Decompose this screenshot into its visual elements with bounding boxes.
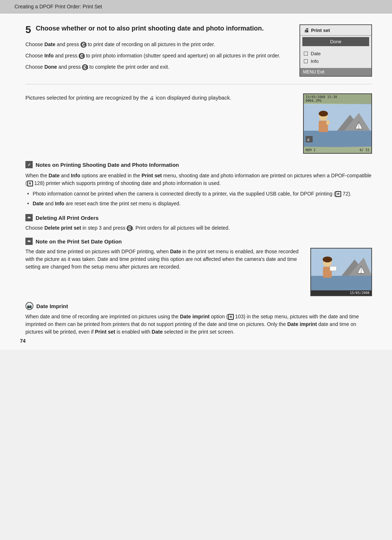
lcd-image-area: 🖨 (304, 104, 371, 147)
page-header: Creating a DPOF Print Order: Print Set (0, 0, 392, 13)
deleting-section: ✏ Deleting All Print Orders Choose Delet… (25, 214, 372, 232)
ref-icon-3: R (228, 314, 234, 320)
step-5-para2: Choose Info and press OK to print photo … (25, 52, 289, 60)
date-option-section: The date and time printed on pictures wi… (25, 248, 372, 296)
step-5-text: 5 Choose whether or not to also print sh… (25, 24, 289, 77)
date-label: Date (311, 51, 320, 56)
date-option: Date (304, 50, 368, 57)
step-5-heading-text: Choose whether or not to also print shoo… (36, 25, 264, 32)
info-option: Info (304, 57, 368, 65)
notes-heading-text: Notes on Printing Shooting Date and Phot… (36, 162, 179, 168)
step-5-para1: Choose Date and press OK to print date o… (25, 41, 289, 48)
camera-lcd-2: 15/05/2008 (310, 248, 372, 296)
notes-para1: When the Date and Info options are enabl… (25, 172, 372, 187)
step-5-heading: 5 Choose whether or not to also print sh… (25, 24, 289, 36)
date-imprint-heading: 📷 Date Imprint (25, 302, 372, 310)
lcd-illustration: 🖨 (304, 104, 371, 147)
checkmark-icon: ✓ (25, 161, 33, 168)
step-5-section: 5 Choose whether or not to also print sh… (25, 24, 372, 84)
svg-point-9 (326, 120, 330, 125)
step-5-para3: Choose Done and press OK to complete the… (25, 63, 289, 71)
print-set-ui: 🖨 Print set Done Date Info MENU Exit (299, 24, 372, 77)
ok-icon-1: OK (81, 42, 86, 48)
print-set-done: Done (302, 37, 369, 46)
info-checkbox (304, 59, 308, 63)
svg-point-8 (319, 111, 328, 117)
info-label: Info (311, 59, 319, 64)
ref-icon-1: R (27, 181, 33, 186)
lcd-top-bar: 15/05/2008 15:30 0004.JPG (304, 94, 371, 104)
notes-bullet2: Date and Info are reset each time the pr… (25, 200, 372, 207)
lcd-filename: 0004.JPG (306, 99, 321, 102)
lcd-bottom-right: 6/ 51 (360, 148, 369, 152)
print-set-exit: MENU Exit (300, 68, 371, 76)
playback-section: Pictures selected for printing are recog… (25, 93, 372, 154)
lcd-bottom-bar: NEM 2 6/ 51 (304, 147, 371, 153)
pencil-icon-2: ✏ (25, 238, 33, 245)
main-content: 5 Choose whether or not to also print sh… (0, 13, 392, 350)
ok-icon-4: OK (127, 225, 132, 231)
exit-label: MENU Exit (303, 69, 324, 74)
page-number: 74 (20, 338, 26, 344)
lcd-bottom-left: NEM 2 (306, 148, 315, 152)
ok-icon-3: OK (82, 64, 88, 70)
step-number: 5 (25, 24, 31, 35)
lcd2-date: 15/05/2008 (350, 291, 369, 295)
lcd2-image-area (311, 249, 371, 290)
camera-icon: 📷 (25, 302, 33, 310)
deleting-heading-text: Deleting All Print Orders (36, 215, 99, 221)
print-set-title: 🖨 Print set (300, 25, 371, 36)
playback-para: Pictures selected for printing are recog… (25, 93, 296, 102)
svg-rect-15 (311, 276, 372, 290)
svg-rect-3 (304, 131, 371, 147)
camera-lcd-1: 15/05/2008 15:30 0004.JPG (303, 93, 372, 154)
svg-rect-22 (330, 266, 336, 271)
print-set-title-text: Print set (311, 28, 330, 33)
date-imprint-heading-text: Date Imprint (36, 303, 68, 309)
lcd2-illustration (311, 249, 372, 290)
lcd2-date-bar: 15/05/2008 (311, 290, 371, 295)
notes-heading: ✓ Notes on Printing Shooting Date and Ph… (25, 161, 372, 168)
done-label: Done (330, 39, 341, 44)
deleting-heading: ✏ Deleting All Print Orders (25, 214, 372, 221)
svg-point-20 (323, 257, 332, 262)
ref-icon-2: R (335, 191, 341, 197)
print-set-date-section: ✏ Note on the Print Set Date Option The … (25, 238, 372, 296)
ok-icon-2: OK (79, 53, 85, 59)
date-imprint-para: When date and time of recording are impr… (25, 313, 372, 336)
print-set-options: Date Info (300, 48, 371, 67)
date-option-para: The date and time printed on pictures wi… (25, 248, 303, 271)
print-set-date-heading: ✏ Note on the Print Set Date Option (25, 238, 372, 245)
playback-text: Pictures selected for printing are recog… (25, 93, 296, 102)
date-checkbox (304, 52, 308, 56)
pencil-icon-1: ✏ (25, 214, 33, 221)
date-imprint-section: 📷 Date Imprint When date and time of rec… (25, 302, 372, 336)
deleting-para: Choose Delete print set in step 3 and pr… (25, 224, 372, 232)
print-set-date-heading-text: Note on the Print Set Date Option (36, 238, 122, 245)
header-title: Creating a DPOF Print Order: Print Set (15, 4, 102, 9)
lcd-datetime: 15/05/2008 15:30 (306, 95, 337, 99)
svg-text:🖨: 🖨 (307, 138, 310, 141)
notes-printing-section: ✓ Notes on Printing Shooting Date and Ph… (25, 161, 372, 207)
print-set-icon: 🖨 (304, 27, 309, 33)
notes-bullet1: Photo information cannot be printed when… (25, 190, 372, 198)
